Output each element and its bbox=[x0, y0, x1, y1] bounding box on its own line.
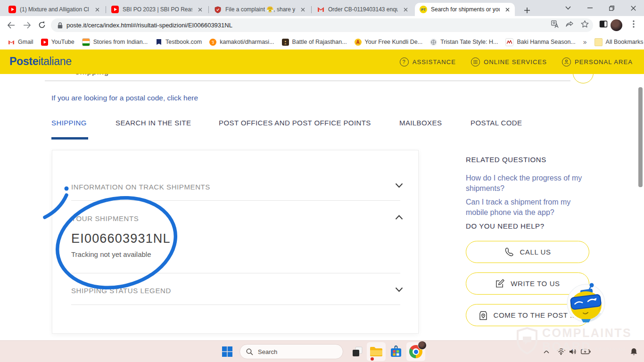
translate-button[interactable] bbox=[549, 18, 561, 30]
tab-separator bbox=[208, 6, 209, 13]
nav-assistance[interactable]: ? ASSISTANCE bbox=[400, 58, 456, 66]
search-input-partial[interactable]: shipping bbox=[75, 74, 198, 78]
close-icon bbox=[631, 6, 636, 11]
tab-close-icon[interactable] bbox=[93, 6, 101, 13]
lock-icon bbox=[58, 22, 63, 29]
share-button[interactable] bbox=[564, 18, 575, 30]
tab-close-icon[interactable] bbox=[196, 6, 204, 13]
tab-close-icon[interactable] bbox=[504, 6, 511, 13]
bookmark-gmail[interactable]: Gmail bbox=[4, 39, 37, 46]
tab-search-in-site[interactable]: SEARCH IN THE SITE bbox=[116, 119, 191, 127]
bookmark-stories[interactable]: Stories from Indian... bbox=[78, 38, 151, 46]
wifi-icon bbox=[557, 348, 565, 355]
accordion-legend-toggle[interactable] bbox=[395, 286, 403, 294]
nav-personal-area[interactable]: PERSONAL AREA bbox=[562, 58, 633, 66]
shipment-results-card: INFORMATION ON TRACK SHIPMENTS YOUR SHIP… bbox=[52, 150, 419, 334]
notification-badge bbox=[371, 357, 374, 361]
nav-online-services[interactable]: ONLINE SERVICES bbox=[471, 58, 547, 66]
refresh-icon bbox=[38, 21, 46, 29]
star-icon bbox=[581, 20, 589, 28]
om-icon bbox=[209, 39, 216, 46]
refresh-button[interactable] bbox=[35, 18, 49, 32]
back-button[interactable] bbox=[4, 18, 18, 32]
browser-tab-active[interactable]: PT Search for shipments or you bbox=[415, 3, 515, 16]
divider bbox=[71, 273, 400, 273]
browser-tab-1[interactable]: (1) Mixture and Alligation Cl bbox=[4, 3, 105, 16]
tab-post-offices[interactable]: POST OFFICES AND POST OFFICE POINTS bbox=[219, 119, 371, 127]
taskbar-search-box[interactable]: Search bbox=[239, 344, 343, 359]
youtube-icon bbox=[111, 6, 119, 13]
bookmark-label: Tristan Tate Style: H... bbox=[440, 39, 498, 45]
microsoft-store-button[interactable] bbox=[387, 342, 405, 361]
tab-close-icon[interactable] bbox=[402, 6, 409, 13]
youtube-icon bbox=[41, 39, 48, 46]
bookmark-baki[interactable]: Baki Hanma Season... bbox=[502, 38, 579, 46]
new-tab-button[interactable] bbox=[520, 4, 534, 17]
maximize-button[interactable] bbox=[601, 0, 622, 16]
poste-logo[interactable]: Posteitaliane bbox=[9, 55, 72, 68]
restore-icon bbox=[609, 6, 614, 11]
youtube-icon bbox=[8, 6, 16, 13]
related-questions-title: RELATED QUESTIONS bbox=[466, 156, 546, 164]
chrome-button[interactable] bbox=[406, 342, 425, 361]
side-panel-button[interactable] bbox=[598, 18, 609, 30]
tab-postal-code[interactable]: POSTAL CODE bbox=[471, 119, 522, 127]
bookmark-star-button[interactable] bbox=[579, 18, 590, 30]
tab-title: (1) Mixture and Alligation Cl bbox=[20, 6, 90, 13]
tab-search-button[interactable] bbox=[557, 0, 579, 16]
bookmark-testbook[interactable]: Testbook.com bbox=[151, 39, 206, 46]
browser-tab-4[interactable]: Order CB-0119403143 enqu bbox=[312, 3, 413, 16]
chatbot-mascot[interactable] bbox=[566, 282, 606, 322]
tab-title: File a complaint 😤, share yo bbox=[225, 6, 295, 13]
plus-icon bbox=[524, 7, 530, 14]
button-label: WRITE TO US bbox=[511, 280, 560, 288]
search-input-underline[interactable] bbox=[45, 81, 570, 81]
nav-label: ASSISTANCE bbox=[413, 58, 456, 66]
close-window-button[interactable] bbox=[622, 0, 644, 16]
battery-indicator[interactable] bbox=[579, 345, 592, 359]
zigzag-icon bbox=[505, 38, 513, 46]
browser-tab-2[interactable]: SBI PO 2023 | SBI PO Reason bbox=[107, 3, 207, 16]
accordion-shipments-toggle[interactable] bbox=[395, 214, 403, 222]
all-bookmarks-label: All Bookmarks bbox=[606, 39, 644, 45]
bookmark-label: Battle of Rajasthan... bbox=[292, 39, 347, 45]
address-bar[interactable]: poste.it/cerca/index.html#/risultati-spe… bbox=[51, 18, 593, 32]
postal-code-link[interactable]: If you are looking for a postal code, cl… bbox=[51, 94, 198, 102]
side-panel-icon bbox=[599, 20, 608, 28]
tab-shipping[interactable]: SHIPPING bbox=[51, 119, 87, 127]
page-scrollbar-thumb[interactable] bbox=[638, 87, 643, 187]
question-link-1[interactable]: How do I check the progress of my shipme… bbox=[466, 173, 586, 194]
bookmark-tristan[interactable]: Tristan Tate Style: H... bbox=[426, 39, 502, 46]
call-us-button[interactable]: CALL US bbox=[466, 241, 589, 263]
shipment-status: Tracking not yet available bbox=[71, 250, 151, 258]
bookmark-youtube[interactable]: YouTube bbox=[37, 39, 78, 46]
bookmarks-overflow-button[interactable]: » bbox=[579, 38, 591, 46]
question-link-2[interactable]: Can I track a shipment from my mobile ph… bbox=[466, 197, 586, 218]
file-explorer-button[interactable] bbox=[367, 342, 386, 361]
volume-indicator[interactable] bbox=[567, 345, 578, 359]
all-bookmarks-button[interactable]: All Bookmarks bbox=[591, 38, 644, 46]
accordion-info-toggle[interactable] bbox=[395, 181, 403, 190]
browser-menu-button[interactable] bbox=[628, 18, 639, 30]
search-category-tabs: SHIPPING SEARCH IN THE SITE POST OFFICES… bbox=[0, 117, 644, 140]
bookmark-kamakoti[interactable]: kamakoti/dharmasi... bbox=[206, 39, 278, 46]
bookmark-rajasthan[interactable]: Battle of Rajasthan... bbox=[278, 39, 351, 46]
browser-tab-3[interactable]: File a complaint 😤, share yo bbox=[209, 3, 310, 16]
minimize-button[interactable] bbox=[579, 0, 601, 16]
start-button[interactable] bbox=[218, 342, 237, 361]
notifications-button[interactable] bbox=[628, 345, 639, 359]
tray-overflow-button[interactable] bbox=[541, 345, 552, 359]
share-icon bbox=[565, 20, 574, 28]
battery-charging-icon bbox=[581, 349, 591, 354]
bookmark-label: Testbook.com bbox=[165, 39, 202, 45]
profile-avatar[interactable] bbox=[611, 19, 622, 31]
need-help-title: DO YOU NEED HELP? bbox=[466, 222, 545, 230]
tab-mailboxes[interactable]: MAILBOXES bbox=[399, 119, 442, 127]
bookmark-kundli[interactable]: A Your Free Kundli De... bbox=[351, 39, 427, 46]
tab-title: SBI PO 2023 | SBI PO Reason bbox=[123, 6, 192, 13]
forward-button[interactable] bbox=[20, 18, 34, 32]
tab-close-icon[interactable] bbox=[299, 6, 306, 13]
accordion-info-label: INFORMATION ON TRACK SHIPMENTS bbox=[71, 183, 210, 191]
wifi-indicator[interactable] bbox=[555, 345, 567, 359]
task-view-button[interactable] bbox=[348, 342, 367, 361]
